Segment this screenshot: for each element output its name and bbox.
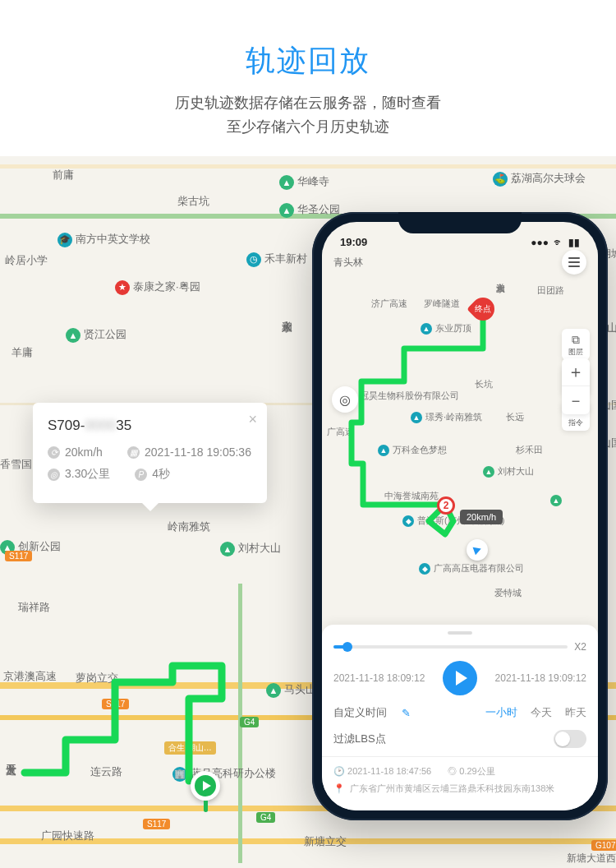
- range-1h[interactable]: 一小时: [485, 705, 517, 720]
- poi-label: 香雪国: [0, 457, 32, 472]
- waypoint-marker[interactable]: 2: [437, 496, 455, 515]
- speed-value: ⟳20km/h: [48, 446, 103, 459]
- track-info-callout: × S709-000035 ⟳20km/h ▦2021-11-18 19:05:…: [33, 403, 267, 503]
- poi-label: ▲刘村大山: [220, 541, 281, 556]
- poi-label: 新塘大道西: [567, 852, 616, 866]
- poi-label: ▲华峰寺: [279, 174, 329, 190]
- status-right: ●●●ᯤ▮▮: [526, 236, 580, 248]
- location-pin-icon: 📍: [333, 783, 345, 794]
- play-button[interactable]: [443, 661, 477, 695]
- hero: 轨迹回放 历史轨迹数据存储在云服务器，随时查看 至少存储六个月历史轨迹: [0, 0, 616, 156]
- road-shield: G4: [240, 717, 259, 727]
- distance-value: ◎3.30公里: [48, 467, 110, 482]
- poi-label: 新塘立交: [304, 834, 347, 849]
- hero-subtitle: 历史轨迹数据存储在云服务器，随时查看 至少存储六个月历史轨迹: [0, 91, 616, 139]
- phone-route-polyline: [322, 250, 598, 603]
- poi-label: 岭南雅筑: [168, 519, 210, 534]
- poi-label: 京港澳高速: [3, 669, 57, 684]
- speed-bubble: 20km/h: [460, 510, 503, 524]
- road-shield: G107: [591, 840, 616, 851]
- playback-panel: X2 2021-11-18 18:09:12 2021-11-18 19:09:…: [322, 625, 598, 810]
- road-shield: S117: [5, 551, 32, 561]
- end-time: 2021-11-18 19:09:12: [495, 672, 586, 684]
- locate-button[interactable]: ◎: [332, 386, 358, 413]
- custom-time-label: 自定义时间: [333, 705, 387, 720]
- phone-notch: [398, 212, 522, 233]
- zoom-in-button[interactable]: ＋: [562, 358, 590, 386]
- status-time: 19:09: [340, 236, 367, 248]
- callout-title: S709-000035: [48, 418, 252, 434]
- layers-button[interactable]: ⧉图层: [562, 329, 590, 360]
- poi-label: 羊庸: [11, 345, 33, 360]
- playback-speed[interactable]: X2: [574, 641, 586, 653]
- poi-label: 岭居小学: [5, 253, 48, 268]
- lbs-filter-label: 过滤LBS点: [333, 732, 386, 746]
- progress-row: X2: [333, 641, 586, 653]
- poi-label: ▲华圣公园: [279, 202, 340, 218]
- road-shield: S117: [102, 699, 129, 709]
- poi-label: ▲马头山: [266, 682, 316, 698]
- road-shield: G4: [256, 812, 275, 823]
- phone-map[interactable]: 青头林 ⧉图层 ⦿围栏 ✎指令 济广高速 罗峰隧道 永和大道 田团路 ▲东业厉顶…: [322, 250, 598, 603]
- meta-address: 📍 广东省广州市黄埔区云埔三路鼎禾科技园东南138米: [333, 783, 586, 795]
- poi-label: 瑞祥路: [18, 600, 50, 615]
- poi-label: 🎓南方中英文学校: [57, 232, 150, 247]
- edit-icon[interactable]: ✎: [402, 707, 411, 719]
- poi-label: ▲贤江公园: [66, 327, 126, 343]
- poi-label: ◷禾丰新村: [246, 252, 307, 267]
- meta-distance: ◎ 0.29公里: [448, 765, 494, 778]
- poi-label: ★泰康之家·粤园: [115, 279, 200, 295]
- range-today[interactable]: 今天: [531, 705, 552, 720]
- road-shield: S117: [143, 819, 170, 829]
- hero-title: 轨迹回放: [0, 41, 616, 81]
- range-yesterday[interactable]: 昨天: [565, 705, 586, 720]
- playhead-marker[interactable]: [191, 771, 220, 801]
- poi-label: 萝岗立交: [76, 671, 118, 686]
- start-time: 2021-11-18 18:09:12: [333, 672, 425, 684]
- poi-label: 广园快速路: [41, 829, 94, 843]
- timestamp-value: ▦2021-11-18 19:05:36: [127, 446, 251, 459]
- phone-screen: 19:09 ●●●ᯤ▮▮ 青头林 ⧉图层 ⦿围栏 ✎指令 济广高速 罗峰隧道 永…: [322, 222, 598, 810]
- meta-time: 🕑 2021-11-18 18:47:56: [333, 766, 431, 777]
- zoom-out-button[interactable]: －: [562, 386, 590, 414]
- close-icon[interactable]: ×: [248, 411, 257, 428]
- poi-label: ▲创新公园: [0, 539, 61, 555]
- duration-value: P4秒: [135, 467, 170, 482]
- phone-mockup: 19:09 ●●●ᯤ▮▮ 青头林 ⧉图层 ⦿围栏 ✎指令 济广高速 罗峰隧道 永…: [312, 212, 608, 820]
- poi-label: ⛳荔湖高尔夫球会: [493, 171, 586, 187]
- road-shield: 合生·湖山…: [164, 741, 216, 755]
- poi-label: 前庸: [53, 168, 74, 182]
- vehicle-cursor: [467, 539, 488, 561]
- poi-label: 柴古坑: [177, 194, 209, 209]
- drag-handle[interactable]: [448, 631, 472, 635]
- zoom-control: ＋ －: [562, 358, 590, 414]
- poi-label: 连云路: [90, 764, 122, 779]
- lbs-filter-toggle[interactable]: [554, 730, 586, 748]
- progress-slider[interactable]: [333, 645, 568, 649]
- poi-label: 🏢蓝月亮科研办公楼: [172, 766, 276, 782]
